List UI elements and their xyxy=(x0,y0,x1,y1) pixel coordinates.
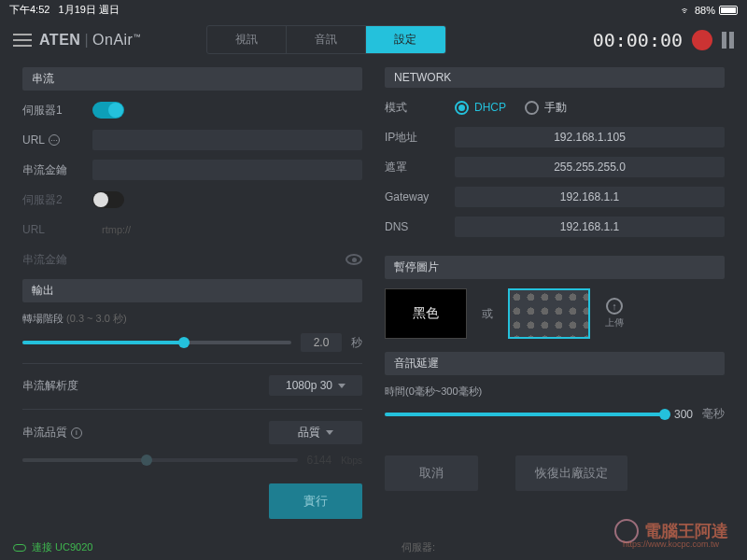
label-url2: URL xyxy=(22,223,92,236)
battery-icon xyxy=(719,6,738,15)
input-key1[interactable] xyxy=(92,160,362,180)
slider-delay[interactable] xyxy=(385,413,665,416)
battery-percent: 88% xyxy=(695,5,715,16)
toggle-server1[interactable] xyxy=(92,102,124,119)
tab-settings[interactable]: 設定 xyxy=(366,26,445,53)
label-key2: 串流金鑰 xyxy=(22,252,92,268)
eye-icon[interactable] xyxy=(345,254,362,265)
bitrate-value: 6144 xyxy=(307,454,332,467)
section-network: NETWORK xyxy=(385,67,725,88)
bitrate-unit: Kbps xyxy=(341,455,362,466)
info-icon: ⋯ xyxy=(49,134,60,146)
value-ip[interactable]: 192.168.1.105 xyxy=(455,127,725,147)
label-url1: URL ⋯ xyxy=(22,133,92,147)
slider-bitrate[interactable] xyxy=(22,458,298,462)
footer-server: 伺服器: xyxy=(402,540,435,554)
toggle-server2[interactable] xyxy=(92,191,124,208)
slider-transition[interactable] xyxy=(22,341,291,344)
info-icon: i xyxy=(71,427,82,439)
wifi-icon: ᯤ xyxy=(681,5,691,16)
upload-icon: ↑ xyxy=(606,298,623,315)
label-transition: 轉場階段 xyxy=(22,313,63,324)
apply-button[interactable]: 實行 xyxy=(269,483,362,519)
pause-button[interactable] xyxy=(722,32,734,49)
label-delay: 時間(0毫秒~300毫秒) xyxy=(385,385,725,399)
connection-status: 連接 UC9020 xyxy=(32,540,92,554)
status-bar: 下午4:52 1月19日 週日 ᯤ 88% xyxy=(0,0,747,20)
dropdown-resolution[interactable]: 1080p 30 xyxy=(269,375,362,396)
label-server1: 伺服器1 xyxy=(22,103,92,119)
delay-value: 300 xyxy=(674,408,693,421)
watermark-url: https://www.kocpc.com.tw xyxy=(623,539,719,549)
time: 下午4:52 xyxy=(9,4,49,15)
pause-image-black[interactable]: 黑色 xyxy=(385,288,467,339)
timer: 00:00:00 xyxy=(593,29,683,51)
record-button[interactable] xyxy=(692,30,712,50)
radio-dhcp[interactable]: DHCP xyxy=(455,101,506,115)
hint-transition: (0.3 ~ 3.0 秒) xyxy=(66,313,127,324)
label-mask: 遮罩 xyxy=(385,160,455,175)
label-gateway: Gateway xyxy=(385,190,455,203)
transition-value: 2.0 xyxy=(301,333,342,352)
radio-manual[interactable]: 手動 xyxy=(525,100,567,116)
link-icon xyxy=(13,544,26,552)
section-stream: 串流 xyxy=(22,67,362,91)
label-key1: 串流金鑰 xyxy=(22,162,92,178)
section-pause-image: 暫停圖片 xyxy=(385,256,725,279)
section-audio-delay: 音訊延遲 xyxy=(385,352,725,375)
label-or: 或 xyxy=(482,306,493,322)
label-resolution: 串流解析度 xyxy=(22,378,269,394)
section-output: 輸出 xyxy=(22,279,362,302)
label-mode: 模式 xyxy=(385,100,455,116)
brand-logo: ATEN| OnAir™ xyxy=(39,32,141,49)
tab-bar: 視訊 音訊 設定 xyxy=(206,25,446,54)
pause-image-pattern[interactable] xyxy=(508,288,590,339)
label-ip: IP地址 xyxy=(385,130,455,146)
value-mask[interactable]: 255.255.255.0 xyxy=(455,157,725,177)
menu-icon[interactable] xyxy=(13,34,32,47)
tab-audio[interactable]: 音訊 xyxy=(287,26,366,53)
app-header: ATEN| OnAir™ 視訊 音訊 設定 00:00:00 xyxy=(0,20,747,63)
value-gateway[interactable]: 192.168.1.1 xyxy=(455,187,725,207)
input-url1[interactable] xyxy=(92,130,362,150)
label-quality: 串流品質 i xyxy=(22,425,269,441)
tab-video[interactable]: 視訊 xyxy=(207,26,287,53)
date: 1月19日 週日 xyxy=(59,4,120,15)
label-server2: 伺服器2 xyxy=(22,192,92,208)
delay-unit: 毫秒 xyxy=(702,406,725,422)
value-dns[interactable]: 192.168.1.1 xyxy=(455,217,725,237)
chevron-down-icon xyxy=(338,384,345,388)
label-dns: DNS xyxy=(385,220,455,233)
input-url2[interactable]: rtmp:// xyxy=(92,224,362,235)
upload-button[interactable]: ↑ 上傳 xyxy=(605,298,624,329)
chevron-down-icon xyxy=(326,430,333,435)
cancel-button[interactable]: 取消 xyxy=(385,455,478,491)
transition-unit: 秒 xyxy=(351,335,362,351)
dropdown-quality[interactable]: 品質 xyxy=(269,421,362,444)
factory-reset-button[interactable]: 恢復出廠設定 xyxy=(515,455,627,491)
